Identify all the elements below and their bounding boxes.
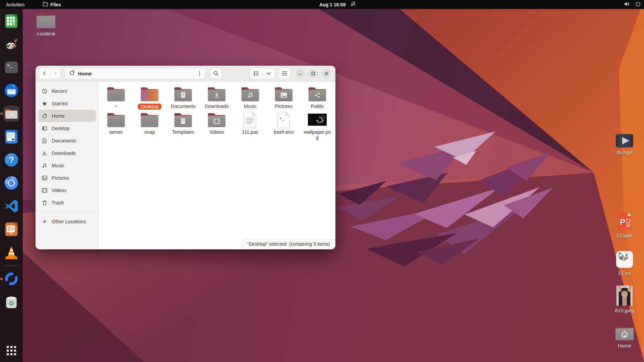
hamburger-icon [282,71,287,75]
file-item-templates[interactable]: Templates [166,110,200,140]
dock-rustdesk-icon[interactable] [3,271,19,287]
minimize-button[interactable] [296,69,305,78]
sidebar-item-other-locations[interactable]: Other Locations [38,215,96,228]
desktop-icon-label: 810.jpeg [615,308,634,314]
dock-help-icon[interactable]: ? [3,152,19,168]
dock-gimp-icon[interactable] [3,36,19,52]
file-item-downloads[interactable]: Downloads [200,84,233,110]
main-menu-button[interactable] [278,68,290,79]
dock-vscode-icon[interactable] [3,198,19,214]
dock-files-icon[interactable] [3,106,19,122]
home-folder-icon [614,324,635,341]
view-options-dropdown[interactable] [262,68,275,79]
text-file-icon [243,111,258,128]
desktop-icon-35mp4[interactable]: 35.mp4 [608,134,641,156]
svg-text:>_: >_ [7,63,12,68]
desktop-icon-12pptx[interactable]: P 12.pptx [608,212,641,239]
sidebar-item-trash[interactable]: Trash [38,196,96,209]
app-menu-files[interactable]: Files [40,0,64,9]
sidebar-item-downloads[interactable]: Downloads [38,147,96,159]
desktop-icon-home[interactable]: Home [608,324,641,349]
file-item-111pac[interactable]: 111.pac [233,110,267,140]
close-button[interactable] [322,69,331,78]
sidebar-item-home[interactable]: Home [38,110,96,122]
path-menu-kebab-icon[interactable]: ⋮ [194,68,205,79]
desktop-icon-label: 13.xcf [618,270,631,276]
desktop-icon-label: 35.mp4 [616,150,633,156]
activities-button[interactable]: Activities [0,0,31,9]
dock-thunderbird-icon[interactable] [3,82,19,99]
header-bar: Home ⋮ [36,66,335,81]
photo-thumbnail-icon [616,286,633,306]
picture-icon [42,176,47,180]
music-emblem-icon [247,92,253,99]
sidebar-item-documents[interactable]: Documents [38,134,96,147]
sidebar-item-label: Desktop [52,126,69,131]
sidebar-item-label: Music [52,163,64,168]
status-bar: “Desktop” selected (containing 5 items) [241,239,335,249]
clock[interactable]: Aug 1 16:59 [319,0,356,9]
file-label: wallpaper.png [303,129,332,140]
volume-icon[interactable] [624,1,630,8]
folder-icon [106,86,126,102]
maximize-button[interactable] [309,69,318,78]
star-icon [42,101,47,106]
file-item-bashenv[interactable]: >_ bash.env [267,110,301,140]
file-item-snap[interactable]: snap [133,110,166,140]
search-button[interactable] [210,68,222,79]
sidebar-item-starred[interactable]: Starred [38,97,96,110]
path-bar[interactable]: Home ⋮ [64,68,205,79]
file-label: Documents [171,104,195,109]
file-grid-area[interactable]: ~ Desktop Documents [99,81,335,249]
dock-libreoffice-calc-icon[interactable] [3,13,19,29]
desktop-icon-rustdesk[interactable]: rustdesk [30,12,62,37]
file-item-videos[interactable]: Videos [200,110,233,140]
document-icon [42,138,47,143]
file-label: server [109,129,123,135]
recent-icon [42,88,47,94]
dock-libreoffice-writer-icon[interactable] [3,129,19,145]
file-item-wallpaperpng[interactable]: wallpaper.png [301,110,334,140]
dock-app-grid-icon[interactable] [3,343,19,359]
download-emblem-icon [214,92,220,99]
sidebar-item-pictures[interactable]: Pictures [38,172,96,184]
file-label: bash.env [274,129,294,135]
file-item-server[interactable]: server [99,110,133,140]
script-file-icon: >_ [276,111,291,128]
file-label: Videos [209,129,224,135]
svg-text:>_: >_ [279,116,284,121]
dock-libreoffice-impress-icon[interactable] [3,221,19,237]
video-thumbnail-icon [616,134,633,147]
file-item-public[interactable]: Public [301,84,334,110]
image-emblem-icon [280,93,287,98]
clock-label: Aug 1 16:59 [319,2,346,7]
path-title: Home [78,71,92,76]
desktop-icon-810jpeg[interactable]: 810.jpeg [608,286,641,314]
file-item-home-tilde[interactable]: ~ [99,84,133,110]
view-toggle [250,68,275,79]
trash-icon [42,200,47,205]
sidebar-item-music[interactable]: Music [38,159,96,172]
file-item-music[interactable]: Music [233,84,267,110]
sidebar-item-desktop[interactable]: Desktop [38,122,96,134]
share-emblem-icon [314,92,320,98]
list-view-button[interactable] [250,68,262,79]
search-icon [213,71,219,76]
file-item-desktop[interactable]: Desktop [133,84,166,110]
dock-terminal-icon[interactable]: >_ [3,59,19,75]
dock-vlc-icon[interactable] [3,244,19,260]
power-icon[interactable] [635,1,641,8]
sidebar-item-recent[interactable]: Recent [38,85,96,97]
sidebar-item-videos[interactable]: Videos [38,184,96,196]
file-item-pictures[interactable]: Pictures [267,84,301,110]
home-icon [42,113,47,119]
back-button[interactable] [39,68,50,79]
dock-chromium-icon[interactable] [3,175,19,191]
forward-button[interactable] [50,68,60,79]
file-item-documents[interactable]: Documents [166,84,200,110]
files-window: Home ⋮ [36,66,335,249]
dock-trash-icon[interactable]: ♻ [3,294,19,310]
sidebar: Recent Starred Home Desktop Documents Do… [36,81,99,249]
file-label: 111.pac [242,129,258,135]
dock-separator [5,265,18,266]
